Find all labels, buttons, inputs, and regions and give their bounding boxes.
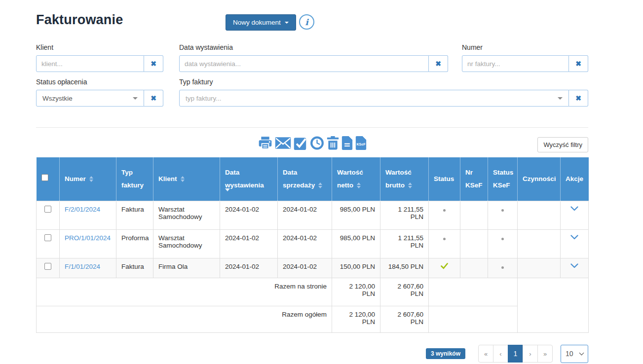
- operations-cell: [518, 229, 561, 258]
- gross-value-cell: 184,50 PLN: [380, 258, 429, 278]
- envelope-icon[interactable]: [275, 137, 291, 149]
- ksef-icon[interactable]: KSeF: [355, 136, 366, 150]
- invoice-type-clear-button[interactable]: ✖: [569, 90, 588, 107]
- page-header: Fakturowanie Nowy dokument i: [36, 12, 588, 33]
- ksef-number-cell: [460, 258, 488, 278]
- next-page-button[interactable]: ›: [523, 345, 538, 363]
- invoice-type-cell: Faktura: [116, 201, 153, 229]
- filter-client: Klient ✖: [36, 43, 163, 72]
- sale-date-cell: 2024-01-02: [278, 201, 332, 229]
- column-label: Status: [434, 175, 454, 182]
- clock-icon[interactable]: [310, 136, 324, 150]
- results-count-badge: 3 wyników: [426, 348, 465, 359]
- unpaid-status-dot-icon: [443, 238, 446, 240]
- number-filter-input[interactable]: [462, 55, 569, 72]
- table-row: PRO/1/01/2024 Proforma Warsztat Samochod…: [37, 229, 589, 258]
- client-filter-clear-button[interactable]: ✖: [144, 55, 163, 72]
- invoice-number-cell: F/2/01/2024: [60, 201, 116, 229]
- printer-icon[interactable]: [258, 136, 272, 150]
- payment-status-clear-button[interactable]: ✖: [144, 90, 163, 107]
- last-page-button[interactable]: »: [537, 345, 553, 363]
- invoices-table: Numer Typ faktury Klient Data wystawieni…: [36, 157, 589, 333]
- row-actions-chevron-icon[interactable]: [570, 235, 578, 240]
- invoice-number-cell: F/1/01/2024: [60, 258, 116, 278]
- document-icon[interactable]: [341, 136, 352, 150]
- issue-date-cell: 2024-01-02: [220, 229, 278, 258]
- sale-date-cell: 2024-01-02: [278, 229, 332, 258]
- ksef-icon-label: KSeF: [356, 143, 366, 146]
- column-label: Nr KSeF: [465, 169, 483, 189]
- current-page-button[interactable]: 1: [508, 345, 523, 363]
- column-header-klient[interactable]: Klient: [153, 157, 220, 201]
- gross-value-cell: 1 211,55 PLN: [380, 229, 429, 258]
- column-header-status-ksef: Status KSeF: [488, 157, 518, 201]
- column-label: Numer: [65, 175, 86, 182]
- new-document-button[interactable]: Nowy dokument: [226, 14, 296, 31]
- column-label: Data sprzedaży: [283, 169, 315, 189]
- page-summary-empty-cell: [429, 278, 518, 306]
- table-row: F/1/01/2024 Faktura Firma Ola 2024-01-02…: [37, 258, 589, 278]
- column-header-data-sprzedazy[interactable]: Data sprzedaży: [278, 157, 332, 201]
- issue-date-filter-clear-button[interactable]: ✖: [429, 55, 448, 72]
- bulk-actions-toolbar: KSeF Wyczyść filtry: [36, 135, 588, 155]
- net-value-cell: 150,00 PLN: [332, 258, 380, 278]
- page-summary-row: Razem na stronie 2 120,00 PLN 2 607,60 P…: [37, 278, 589, 306]
- column-header-data-wystawienia[interactable]: Data wystawienia: [220, 157, 278, 201]
- clear-filters-button[interactable]: Wyczyść filtry: [537, 137, 588, 152]
- operations-cell: [518, 201, 561, 229]
- payment-status-cell: [429, 201, 460, 229]
- clear-x-icon: ✖: [575, 94, 581, 102]
- row-actions-chevron-icon[interactable]: [570, 263, 578, 269]
- summary-actions-empty-cell: [518, 278, 589, 332]
- check-square-icon[interactable]: [294, 137, 307, 150]
- filter-payment-status: Status opłacenia Wszystkie ✖: [36, 78, 163, 107]
- ksef-status-dot-icon: [501, 209, 504, 212]
- row-checkbox[interactable]: [44, 263, 51, 270]
- client-filter-label: Klient: [36, 43, 163, 51]
- row-checkbox[interactable]: [44, 234, 51, 241]
- number-filter-clear-button[interactable]: ✖: [569, 55, 588, 72]
- section-divider: [36, 127, 588, 128]
- invoice-type-select[interactable]: typ faktury...: [179, 90, 569, 107]
- row-actions-chevron-icon[interactable]: [570, 206, 578, 212]
- column-header-czynnosci: Czynności: [518, 157, 561, 201]
- row-select-cell: [37, 201, 60, 229]
- sort-icon: [408, 182, 412, 188]
- column-header-wartosc-brutto[interactable]: Wartość brutto: [380, 157, 429, 201]
- pagination-bar: 3 wyników « ‹ 1 › » 10: [36, 345, 588, 363]
- client-filter-input[interactable]: [36, 55, 144, 72]
- clear-x-icon: ✖: [151, 60, 156, 68]
- page-size-select[interactable]: 10: [561, 345, 588, 363]
- first-page-button[interactable]: «: [478, 345, 493, 363]
- ksef-status-cell: [488, 258, 518, 278]
- column-header-typ-faktury[interactable]: Typ faktury: [116, 157, 153, 201]
- column-header-wartosc-netto[interactable]: Wartość netto: [332, 157, 380, 201]
- issue-date-cell: 2024-01-02: [220, 201, 278, 229]
- actions-cell: [561, 229, 589, 258]
- invoice-number-link[interactable]: PRO/1/01/2024: [65, 234, 111, 242]
- payment-status-select[interactable]: Wszystkie: [36, 90, 144, 107]
- info-icon[interactable]: i: [299, 14, 314, 30]
- previous-page-button[interactable]: ‹: [493, 345, 508, 363]
- invoice-number-link[interactable]: F/2/01/2024: [65, 206, 100, 213]
- issue-date-filter-input[interactable]: [179, 55, 429, 72]
- column-header-status: Status: [429, 157, 460, 201]
- gross-value-cell: 1 211,55 PLN: [380, 201, 429, 229]
- column-header-numer[interactable]: Numer: [60, 157, 116, 201]
- trash-icon[interactable]: [327, 136, 339, 150]
- column-header-nr-ksef: Nr KSeF: [460, 157, 488, 201]
- clear-x-icon: ✖: [575, 60, 581, 68]
- column-label: Czynności: [523, 175, 556, 182]
- payment-status-filter-label: Status opłacenia: [36, 78, 163, 86]
- invoice-type-cell: Proforma: [116, 229, 153, 258]
- invoice-number-link[interactable]: F/1/01/2024: [65, 263, 100, 270]
- ksef-status-cell: [488, 229, 518, 258]
- sort-icon: [181, 176, 185, 182]
- issue-date-filter-label: Data wystawienia: [179, 43, 448, 51]
- ksef-number-cell: [460, 229, 488, 258]
- net-value-cell: 985,00 PLN: [332, 229, 380, 258]
- select-all-checkbox[interactable]: [41, 174, 48, 181]
- clear-x-icon: ✖: [435, 60, 441, 68]
- chevron-down-icon: [579, 350, 584, 355]
- row-checkbox[interactable]: [44, 206, 51, 213]
